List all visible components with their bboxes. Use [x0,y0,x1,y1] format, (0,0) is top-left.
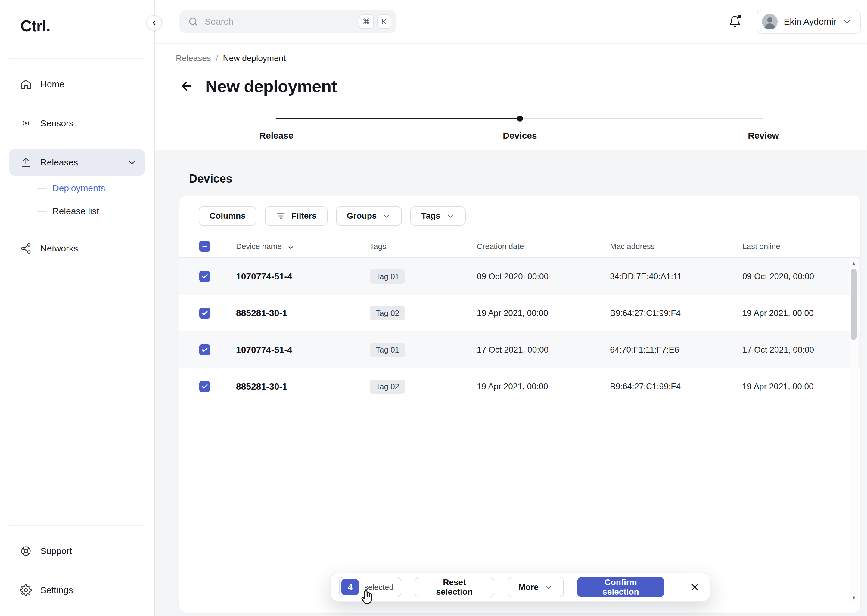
column-header-mac-address[interactable]: Mac address [610,242,742,251]
nav-label: Releases [40,157,78,168]
chevron-left-icon [150,19,158,27]
creation-date: 19 Apr 2021, 00:00 [477,308,610,318]
sidebar: Ctrl. Home Sensors [0,0,155,616]
creation-date: 17 Oct 2021, 00:00 [477,345,610,355]
filters-button[interactable]: Filters [265,206,328,226]
topbar-right: Ekin Aydemir [724,9,861,34]
mac-address: 34:DD:7E:40:A1:11 [610,272,742,281]
row-checkbox[interactable] [199,344,210,355]
step-devices[interactable]: Devices [503,130,537,141]
sidebar-item-networks[interactable]: Networks [9,235,145,262]
sidebar-item-home[interactable]: Home [9,71,145,97]
nav-label: Home [40,79,65,90]
selected-count-label: selected [364,583,394,592]
breadcrumb: Releases / New deployment [176,53,867,63]
device-name: 885281-30-1 [236,308,370,318]
confirm-selection-button[interactable]: Confirm selection [577,577,664,597]
table-header: Device name Tags Creation date Mac addre… [180,235,861,258]
table-row[interactable]: 1070774-51-4 Tag 01 09 Oct 2020, 00:00 3… [180,258,861,295]
breadcrumb-separator: / [216,53,218,63]
close-icon [689,582,700,592]
chevron-down-icon [544,583,553,592]
scroll-up-arrow-icon[interactable]: ▲ [850,259,858,268]
mac-address: 64:70:F1:11:F7:E6 [610,345,742,355]
mac-address: B9:64:27:C1:99:F4 [610,382,742,391]
nav-label: Sensors [40,118,74,129]
app-root: Ctrl. Home Sensors [0,0,867,616]
close-selection-bar-button[interactable] [687,579,702,595]
sidebar-item-deployments[interactable]: Deployments [37,177,145,200]
upload-icon [20,156,32,168]
back-button[interactable] [179,78,194,94]
row-checkbox[interactable] [199,381,210,392]
groups-dropdown[interactable]: Groups [336,206,402,226]
breadcrumb-current: New deployment [223,53,286,63]
scroll-down-arrow-icon[interactable]: ▼ [850,594,858,602]
tag-badge: Tag 01 [370,269,405,284]
search-input-wrapper[interactable]: ⌘ K [180,10,396,33]
sidebar-item-settings[interactable]: Settings [9,577,145,603]
breadcrumb-releases[interactable]: Releases [176,53,211,63]
tags-dropdown[interactable]: Tags [410,206,465,226]
row-checkbox[interactable] [199,271,210,282]
devices-card: Columns Filters Groups [180,195,861,613]
gear-icon [20,584,32,596]
column-header-creation-date[interactable]: Creation date [477,242,610,251]
user-menu[interactable]: Ekin Aydemir [757,9,861,34]
notifications-button[interactable] [724,11,746,33]
command-key: ⌘ [359,14,374,29]
column-header-tags[interactable]: Tags [370,242,477,251]
search-input[interactable] [205,17,353,27]
sidebar-item-support[interactable]: Support [9,538,145,564]
nav-label: Support [40,546,72,556]
table-toolbar: Columns Filters Groups [180,195,861,226]
table-row[interactable]: 885281-30-1 Tag 02 19 Apr 2021, 00:00 B9… [180,295,861,332]
sidebar-collapse-button[interactable] [146,15,162,31]
device-name: 1070774-51-4 [236,271,370,281]
step-review[interactable]: Review [748,130,779,141]
chevron-down-icon [842,17,852,27]
search-shortcut: ⌘ K [359,14,391,29]
row-checkbox[interactable] [199,308,210,319]
step-release[interactable]: Release [259,130,293,141]
content-area: Devices Columns Filters Groups [155,150,867,616]
sidebar-item-releases[interactable]: Releases [9,149,145,176]
page-header: Releases / New deployment New deployment… [155,44,867,150]
nav-label: Deployments [52,183,105,193]
nav-label: Settings [40,585,73,595]
table-row[interactable]: 885281-30-1 Tag 02 19 Apr 2021, 00:00 B9… [180,368,861,405]
devices-heading: Devices [189,171,867,186]
notification-dot [738,15,741,18]
chevron-down-icon [446,211,455,220]
filter-icon [276,211,286,221]
reset-selection-button[interactable]: Reset selection [415,577,494,597]
table-row[interactable]: 1070774-51-4 Tag 01 17 Oct 2021, 00:00 6… [180,332,861,368]
columns-button[interactable]: Columns [199,206,257,226]
scrollbar-thumb[interactable] [851,269,857,340]
creation-date: 09 Oct 2020, 00:00 [477,272,610,281]
title-row: New deployment [179,75,867,97]
sidebar-footer: Support Settings [9,525,145,603]
support-icon [20,545,32,557]
selected-count-group[interactable]: 4 selected [339,577,401,597]
last-online: 09 Oct 2020, 00:00 [742,272,846,281]
sidebar-item-sensors[interactable]: Sensors [9,110,145,137]
device-name: 1070774-51-4 [236,345,370,355]
more-dropdown[interactable]: More [508,577,564,597]
topbar: ⌘ K Ekin Aydemir [155,0,867,44]
mac-address: B9:64:27:C1:99:F4 [610,308,742,318]
search-icon [188,16,199,27]
releases-submenu: Deployments Release list [37,177,145,223]
tags-dropdown-label: Tags [421,211,440,221]
column-header-device-name[interactable]: Device name [236,242,370,251]
avatar [762,14,777,30]
nav-label: Networks [40,244,78,253]
user-name: Ekin Aydemir [783,17,836,27]
sensors-icon [20,117,32,129]
sidebar-item-release-list[interactable]: Release list [37,200,145,223]
chevron-down-icon [382,211,391,220]
select-all-checkbox[interactable] [199,241,210,252]
groups-dropdown-label: Groups [347,211,377,221]
table-scrollbar[interactable]: ▲ ▼ [850,259,858,602]
column-header-last-online[interactable]: Last online [742,242,846,251]
